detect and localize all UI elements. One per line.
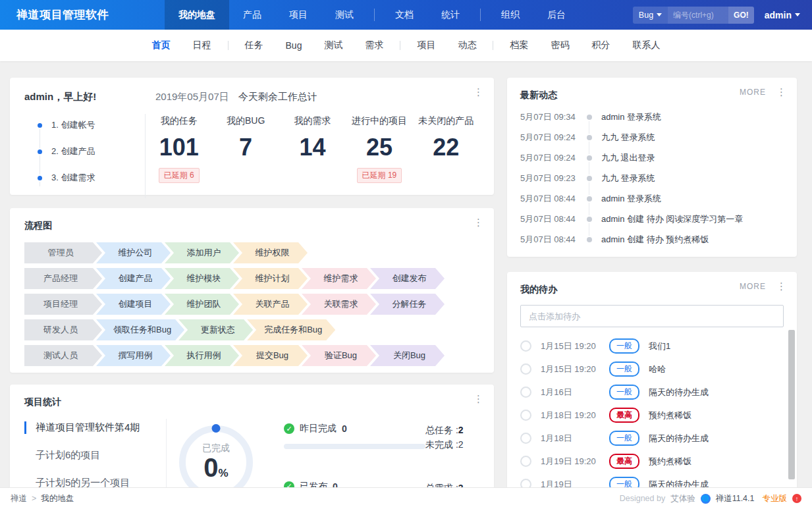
todo-text[interactable]: 隔天的待办生成: [649, 433, 709, 444]
flow-step[interactable]: 撰写用例: [96, 345, 171, 366]
setup-step[interactable]: 1. 创建帐号: [24, 119, 145, 131]
donut-progress-dot: [211, 424, 220, 433]
edition-label[interactable]: 专业版: [763, 493, 788, 504]
subnav-item-日程[interactable]: 日程: [182, 40, 223, 51]
timeline-text[interactable]: admin 登录系统: [601, 193, 661, 205]
todo-text[interactable]: 预约煮稀饭: [649, 456, 691, 468]
flow-step[interactable]: 领取任务和Bug: [96, 319, 184, 340]
search-input[interactable]: [668, 7, 728, 24]
card-menu-icon[interactable]: ⋮: [775, 281, 788, 291]
todo-checkbox[interactable]: [520, 433, 531, 444]
topnav-item-文档[interactable]: 文档: [381, 0, 427, 30]
priority-badge: 一般: [609, 431, 639, 446]
flow-step[interactable]: 提交Bug: [233, 345, 308, 366]
greeting-date: 2019年05月07日: [155, 91, 229, 103]
greeting-subtitle: 今天剩余工作总计: [238, 91, 317, 103]
flow-step[interactable]: 验证Bug: [302, 345, 376, 366]
stat-value[interactable]: 22: [413, 134, 479, 161]
project-item[interactable]: 子计划6的项目: [24, 449, 166, 462]
flow-step[interactable]: 关联产品: [233, 294, 308, 315]
flow-step[interactable]: 分解任务: [370, 294, 445, 315]
stat-value[interactable]: 7: [212, 134, 279, 161]
setup-step[interactable]: 2. 创建产品: [24, 146, 145, 157]
breadcrumb-root[interactable]: 禅道: [11, 493, 27, 504]
step-dot-icon: [38, 123, 42, 128]
subnav-item-项目[interactable]: 项目: [406, 40, 447, 51]
todo-text[interactable]: 隔天的待办生成: [649, 387, 709, 398]
stat-进行中的项目: 进行中的项目25已延期 19: [346, 115, 412, 198]
todo-checkbox[interactable]: [520, 410, 531, 421]
more-link[interactable]: MORE: [740, 88, 766, 97]
flow-step[interactable]: 维护模块: [165, 268, 239, 289]
flow-step[interactable]: 添加用户: [165, 242, 239, 263]
subnav-item-需求[interactable]: 需求: [354, 40, 394, 51]
timeline-text[interactable]: admin 登录系统: [601, 111, 661, 123]
check-icon: ✓: [284, 423, 294, 434]
sub-navbar: 首页日程任务Bug测试需求项目动态档案密码积分联系人: [0, 30, 812, 61]
flow-row-测试人员: 测试人员撰写用例执行用例提交Bug验证Bug关闭Bug: [24, 345, 479, 366]
flow-step[interactable]: 维护需求: [302, 268, 376, 289]
version-label[interactable]: 禅道11.4.1: [716, 493, 755, 504]
flow-step[interactable]: 更新状态: [178, 319, 253, 340]
search-type-dropdown[interactable]: Bug: [633, 7, 668, 24]
topnav-item-测试[interactable]: 测试: [321, 0, 367, 30]
todo-checkbox[interactable]: [520, 387, 531, 398]
nav-divider: [480, 9, 481, 21]
card-menu-icon[interactable]: ⋮: [472, 87, 485, 97]
todo-item: 1月15日 19:20一般哈哈: [520, 362, 784, 377]
flow-step[interactable]: 执行用例: [165, 345, 239, 366]
stat-value[interactable]: 14: [279, 134, 346, 161]
topnav-item-项目[interactable]: 项目: [275, 0, 321, 30]
subnav-item-Bug[interactable]: Bug: [275, 40, 313, 51]
more-link[interactable]: MORE: [740, 282, 766, 291]
todo-text[interactable]: 哈哈: [649, 363, 666, 375]
topnav-item-后台[interactable]: 后台: [533, 0, 580, 30]
timeline-text[interactable]: 九九 登录系统: [601, 173, 655, 184]
todo-checkbox[interactable]: [520, 456, 531, 467]
timeline-text[interactable]: admin 创建 待办 预约煮稀饭: [601, 234, 709, 246]
flow-step[interactable]: 完成任务和Bug: [247, 319, 335, 340]
flow-step[interactable]: 维护公司: [96, 242, 171, 263]
card-menu-icon[interactable]: ⋮: [472, 394, 485, 404]
setup-step[interactable]: 3. 创建需求: [24, 172, 145, 184]
flow-step[interactable]: 关闭Bug: [370, 345, 445, 366]
todo-text[interactable]: 预约煮稀饭: [649, 410, 691, 421]
upgrade-icon[interactable]: ↑: [792, 494, 801, 503]
designer-link[interactable]: 艾体验: [670, 493, 695, 504]
todo-checkbox[interactable]: [520, 363, 531, 375]
topnav-item-产品[interactable]: 产品: [229, 0, 275, 30]
subnav-item-首页[interactable]: 首页: [141, 40, 182, 51]
topnav-item-统计[interactable]: 统计: [427, 0, 474, 30]
timeline-text[interactable]: 九九 退出登录: [601, 152, 655, 164]
stat-value[interactable]: 101: [146, 134, 212, 161]
flow-step[interactable]: 创建项目: [96, 294, 171, 315]
stat-value[interactable]: 25: [346, 134, 412, 161]
flow-step[interactable]: 创建产品: [96, 268, 171, 289]
timeline-text[interactable]: 九九 登录系统: [601, 132, 655, 144]
subnav-item-动态[interactable]: 动态: [447, 40, 487, 51]
project-item[interactable]: 禅道项目管理软件第4期: [24, 421, 166, 434]
topnav-item-我的地盘[interactable]: 我的地盘: [165, 0, 229, 30]
flow-step[interactable]: 维护权限: [233, 242, 308, 263]
priority-badge: 一般: [609, 385, 639, 400]
subnav-item-测试[interactable]: 测试: [313, 40, 354, 51]
subnav-item-联系人[interactable]: 联系人: [621, 40, 671, 51]
go-button[interactable]: GO!: [728, 7, 754, 24]
todo-text[interactable]: 我们1: [649, 340, 670, 352]
flow-step[interactable]: 关联需求: [302, 294, 376, 315]
todo-scrollbar[interactable]: [788, 330, 795, 479]
card-menu-icon[interactable]: ⋮: [775, 87, 788, 97]
timeline-text[interactable]: admin 创建 待办 阅读深度学习第一章: [601, 213, 743, 225]
flow-step[interactable]: 创建发布: [370, 268, 445, 289]
subnav-item-密码[interactable]: 密码: [539, 40, 580, 51]
subnav-item-档案[interactable]: 档案: [499, 40, 539, 51]
flow-step[interactable]: 维护团队: [165, 294, 239, 315]
subnav-item-积分[interactable]: 积分: [580, 40, 621, 51]
add-todo-input[interactable]: [520, 305, 784, 327]
topnav-item-组织[interactable]: 组织: [487, 0, 533, 30]
card-menu-icon[interactable]: ⋮: [472, 217, 485, 227]
todo-checkbox[interactable]: [520, 340, 531, 352]
flow-step[interactable]: 维护计划: [233, 268, 308, 289]
user-menu[interactable]: admin: [765, 10, 800, 20]
subnav-item-任务[interactable]: 任务: [234, 40, 275, 51]
